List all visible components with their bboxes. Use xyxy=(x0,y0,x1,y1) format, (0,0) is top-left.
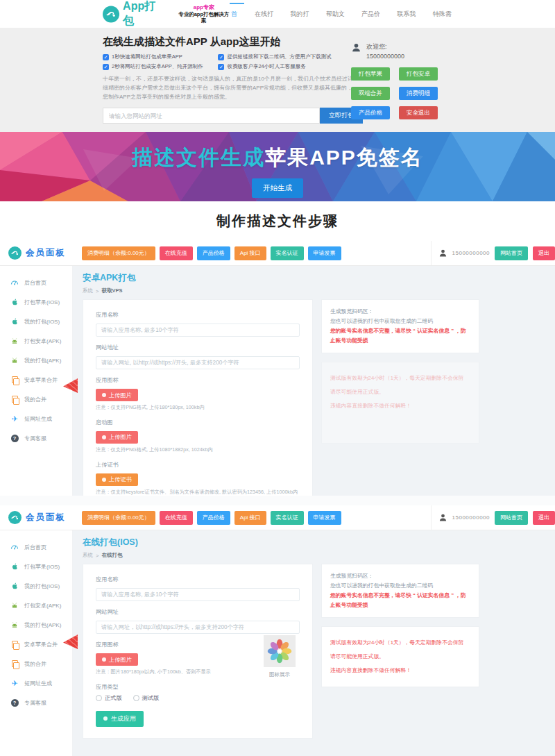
logout-button[interactable]: 安全退出 xyxy=(399,106,438,119)
pack-android-button[interactable]: 打包安卓 xyxy=(399,67,438,81)
invoice-tab[interactable]: 申请发票 xyxy=(308,246,341,260)
feature-item: ✓收费版客户享24小时人工客服服务 xyxy=(218,63,354,70)
site-url-input[interactable] xyxy=(96,356,300,369)
sidebar-item-my-apk[interactable]: 我的打包(APK) xyxy=(0,615,72,635)
site-url-input[interactable] xyxy=(96,621,300,634)
sidebar-item-pack-ios[interactable]: 打包苹果(IOS) xyxy=(0,557,72,576)
recharge-tab[interactable]: 在线充值 xyxy=(160,511,193,525)
pricing-tab[interactable]: 产品价格 xyxy=(197,246,230,260)
sidebar-item-pack-ios[interactable]: 打包苹果(IOS) xyxy=(0,292,72,312)
upload-icon-button[interactable]: 上传图片 xyxy=(96,653,138,666)
site-url-label: 网站网址 xyxy=(96,608,300,616)
upload-splash-button[interactable]: 上传图片 xyxy=(96,431,138,444)
dashboard-icon xyxy=(10,278,19,287)
upload-icon xyxy=(102,393,106,397)
sidebar-item-support[interactable]: ?专属客服 xyxy=(0,693,72,712)
radio-release[interactable]: 正式版 xyxy=(96,694,122,702)
nav-item-home[interactable]: 首页 xyxy=(231,0,243,28)
nav-item-pricing[interactable]: 产品价格 xyxy=(361,0,385,28)
sidebar-item-merge[interactable]: 安卓苹果合并 xyxy=(0,370,72,389)
website-url-input[interactable] xyxy=(103,108,320,124)
pricing-tab[interactable]: 产品价格 xyxy=(197,511,230,525)
member-brand-text: 会员面板 xyxy=(26,512,66,523)
breadcrumb-current: 获取VPS xyxy=(101,287,122,294)
sidebar-item-merge[interactable]: 安卓苹果合并 xyxy=(0,635,72,654)
generate-app-button[interactable]: 生成应用 xyxy=(96,711,144,727)
upload-icon-button[interactable]: 上传图片 xyxy=(96,389,138,401)
breadcrumb-root[interactable]: 系统 xyxy=(83,287,93,294)
radio-label: 测试版 xyxy=(142,694,160,702)
app-name-input[interactable] xyxy=(96,588,300,601)
banner-title-rest: 苹果APP免签名 xyxy=(265,146,423,169)
section-gap xyxy=(0,496,555,505)
spend-detail-tab[interactable]: 消费明细（余额:0.00元） xyxy=(82,246,155,260)
upload-icon xyxy=(102,478,106,482)
sidebar-item-my-apk[interactable]: 我的打包(APK) xyxy=(0,351,72,370)
radio-icon xyxy=(133,695,139,701)
logo[interactable]: App打包 app专家 专业的app打包解决方案 xyxy=(103,0,231,28)
start-generate-button[interactable]: 开始生成 xyxy=(252,178,303,198)
panel-logout-button[interactable]: 退出 xyxy=(533,246,555,260)
main-nav: 首页 在线打包 我的打包 帮助文档 产品价格 联系我们 特殊需求 xyxy=(231,0,456,28)
member-brand[interactable]: 会员面板 xyxy=(8,246,78,260)
breadcrumb-root[interactable]: 系统 xyxy=(83,552,93,559)
preview-column: 生成预览扫码区： 您也可以进我的打包中获取您生成的二维码 您的账号实名信息不完整… xyxy=(321,564,479,687)
panel-logout-button[interactable]: 退出 xyxy=(533,511,555,525)
spend-detail-button[interactable]: 消费明细 xyxy=(399,87,438,100)
page-title: 安卓APK打包 xyxy=(83,272,545,284)
sidebar-label: 打包安卓(APK) xyxy=(24,602,61,610)
sidebar-item-dashboard[interactable]: 后台首页 xyxy=(0,273,72,292)
generate-icon xyxy=(103,716,108,721)
sidebar-label: 打包苹果(IOS) xyxy=(24,563,60,571)
recharge-tab[interactable]: 在线充值 xyxy=(160,246,193,260)
member-topbar: 会员面板 消费明细（余额:0.00元） 在线充值 产品价格 Api 接口 实名认… xyxy=(0,505,555,530)
sidebar-label: 打包苹果(IOS) xyxy=(24,299,60,306)
sidebar-item-dashboard[interactable]: 后台首页 xyxy=(0,537,72,557)
welcome-label: 欢迎您: xyxy=(366,42,404,52)
site-home-button[interactable]: 网站首页 xyxy=(495,246,528,260)
ios-form-card: 应用名称 网站网址 应用图标 上传图片 注意：图片180*180px以内, 小于… xyxy=(83,564,313,739)
sidebar-item-my-merge[interactable]: 我的合并 xyxy=(0,389,72,409)
invoice-tab[interactable]: 申请发票 xyxy=(308,511,341,525)
breadcrumb: 系统 > 在线打包 xyxy=(83,552,545,559)
sidebar-item-short-url[interactable]: ✈短网址生成 xyxy=(0,409,72,428)
hero-user: 欢迎您: 15000000000 xyxy=(351,42,433,61)
hero-left: 在线生成描述文件APP 从app这里开始 ✓1秒快速将网站打包成苹果APP ✓提… xyxy=(103,35,354,124)
breadcrumb: 系统 > 获取VPS xyxy=(83,287,545,294)
banner-title: 描述文件生成苹果APP免签名 xyxy=(0,144,555,172)
sidebar-item-short-url[interactable]: ✈短网址生成 xyxy=(0,673,72,693)
nav-item-online-pack[interactable]: 在线打包 xyxy=(255,0,278,28)
app-name-input[interactable] xyxy=(96,324,300,337)
nav-item-contact[interactable]: 联系我们 xyxy=(397,0,420,28)
upload-cert-button[interactable]: 上传证书 xyxy=(96,473,138,486)
sidebar-item-my-merge[interactable]: 我的合并 xyxy=(0,654,72,673)
sidebar-item-pack-apk[interactable]: 打包安卓(APK) xyxy=(0,331,72,351)
sidebar-label: 我的合并 xyxy=(24,396,46,403)
radio-test[interactable]: 测试版 xyxy=(133,694,160,702)
api-tab[interactable]: Api 接口 xyxy=(234,511,266,525)
pricing-button[interactable]: 产品价格 xyxy=(351,106,390,119)
merge-both-button[interactable]: 双端合并 xyxy=(351,87,390,100)
member-brand[interactable]: 会员面板 xyxy=(8,511,78,524)
nav-item-special[interactable]: 特殊需求 xyxy=(433,0,456,28)
nav-item-my-pack[interactable]: 我的打包 xyxy=(290,0,314,28)
logo-tagline: app专家 专业的app打包解决方案 xyxy=(177,4,231,24)
feature-label: 收费版客户享24小时人工客服服务 xyxy=(227,63,305,70)
api-tab[interactable]: Api 接口 xyxy=(234,246,266,260)
spend-detail-tab[interactable]: 消费明细（余额:0.00元） xyxy=(82,511,155,525)
sidebar-item-my-ios[interactable]: 我的打包(IOS) xyxy=(0,312,72,331)
splash-label: 启动图 xyxy=(96,419,300,426)
member-brand-text: 会员面板 xyxy=(26,247,66,259)
app-name-label: 应用名称 xyxy=(96,311,300,319)
sidebar-item-support[interactable]: ?专属客服 xyxy=(0,428,72,448)
tip-line: 违规内容直接删除不做任何解释！ xyxy=(330,666,470,675)
merge-icon xyxy=(10,376,19,384)
pack-ios-button[interactable]: 打包苹果 xyxy=(351,67,390,81)
realname-tab[interactable]: 实名认证 xyxy=(271,511,304,525)
realname-tab[interactable]: 实名认证 xyxy=(271,246,304,260)
site-home-button[interactable]: 网站首页 xyxy=(495,511,528,525)
realname-warning: 您的账号实名信息不完整，请尽快 “ 认证实名信息 ” ，防止账号功能受损 xyxy=(330,591,470,610)
sidebar-item-my-ios[interactable]: 我的打包(IOS) xyxy=(0,576,72,596)
sidebar-item-pack-apk[interactable]: 打包安卓(APK) xyxy=(0,596,72,615)
nav-item-help-docs[interactable]: 帮助文档 xyxy=(326,0,350,28)
